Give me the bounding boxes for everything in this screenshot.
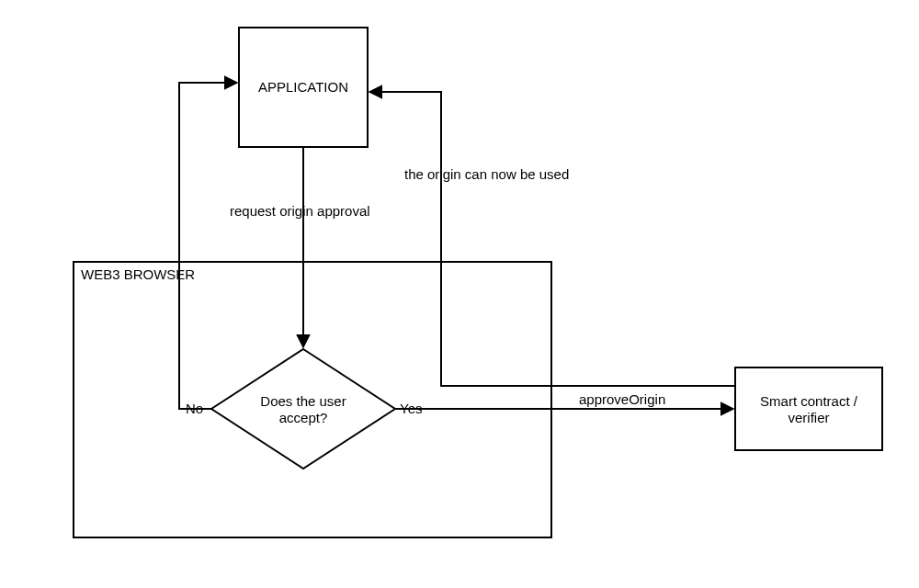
web3-browser-label: WEB3 BROWSER xyxy=(81,266,195,282)
smart-contract-box xyxy=(735,368,882,450)
edge-yes-label: Yes xyxy=(400,401,422,416)
decision-text-l1: Does the user xyxy=(260,393,346,409)
decision-text-l2: accept? xyxy=(279,410,328,425)
smart-contract-l2: verifier xyxy=(788,410,829,425)
edge-request-label: request origin approval xyxy=(230,203,370,219)
edge-no-label: No xyxy=(186,401,203,416)
smart-contract-l1: Smart contract / xyxy=(760,393,858,409)
edge-canuse-label: the origin can now be used xyxy=(404,166,569,182)
application-label: APPLICATION xyxy=(258,79,348,95)
edge-approve-label: approveOrigin xyxy=(579,391,665,407)
